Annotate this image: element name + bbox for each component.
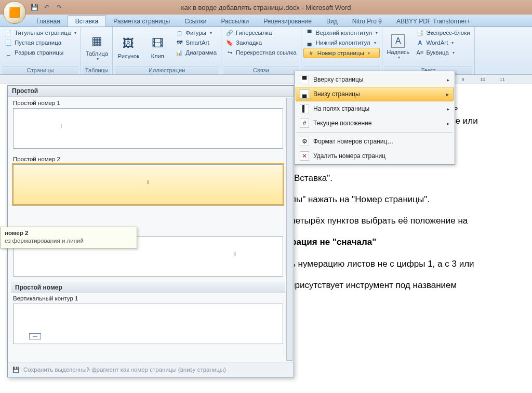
gallery-item-label: Простой номер 1 (11, 98, 285, 107)
office-button[interactable]: 🟧 (3, 1, 26, 24)
crossref-label: Перекрестная ссылка (236, 49, 297, 56)
tooltip-title: номер 2 (1, 227, 137, 238)
chevron-down-icon: ▾ (368, 51, 370, 56)
menu-label: Внизу страницы (313, 90, 360, 98)
bookmark-button[interactable]: 🔖Закладка (223, 38, 299, 47)
gallery-section-header: Простой (8, 86, 294, 97)
cover-page-button[interactable]: 📄Титульная страница▾ (2, 28, 78, 37)
gallery-item-label: Вертикальный контур 1 (11, 293, 285, 303)
group-links: 🔗Гиперссылка 🔖Закладка ↪Перекрестная ссы… (221, 27, 301, 74)
clip-icon: 🎞 (149, 35, 166, 52)
dropcap-label: Буквица (426, 49, 449, 56)
format-icon: ⚙ (300, 137, 309, 146)
header-label: Верхний колонтитул (316, 30, 373, 36)
blank-page-label: Пустая страница (15, 40, 61, 46)
ribbon: 📄Титульная страница▾ 📃Пустая страница ⎯Р… (0, 27, 532, 75)
cover-page-icon: 📄 (4, 29, 12, 37)
chart-button[interactable]: 📊Диаграмма (173, 48, 219, 57)
textbox-button[interactable]: AНадпись▾ (384, 28, 411, 66)
gallery-item-vertical-1[interactable]: — (13, 304, 283, 344)
ruler-mark: 11 (493, 77, 512, 82)
gallery-save-selection[interactable]: 💾 Сохранить выделенный фрагмент как номе… (8, 362, 294, 377)
page-break-button[interactable]: ⎯Разрыв страницы (2, 48, 78, 57)
shapes-button[interactable]: ◻Фигуры▾ (173, 28, 219, 37)
page-number-icon: # (307, 49, 315, 57)
tab-review[interactable]: Рецензирование (256, 16, 319, 27)
group-illus-label: Иллюстрации (115, 66, 219, 74)
blank-page-button[interactable]: 📃Пустая страница (2, 38, 78, 47)
wordart-label: WordArt (426, 40, 448, 46)
office-logo-icon: 🟧 (9, 7, 20, 18)
quickparts-label: Экспресс-блоки (426, 30, 470, 36)
menu-label: Вверху страницы (313, 76, 363, 83)
menu-bottom-of-page[interactable]: ▄Внизу страницы▸ (296, 87, 454, 101)
page-number-label: Номер страницы (317, 50, 364, 56)
ruler-mark: 9 (453, 77, 473, 82)
chevron-down-icon: ▾ (210, 31, 212, 35)
chevron-right-icon: ▸ (447, 121, 449, 126)
menu-top-of-page[interactable]: ▀Вверху страницы▸ (296, 72, 454, 87)
quickparts-button[interactable]: 📑Экспресс-блоки (414, 28, 472, 37)
chevron-down-icon: ▾ (374, 41, 376, 45)
wordart-icon: A (416, 38, 424, 47)
footer-button[interactable]: ▄Нижний колонтитул▾ (303, 38, 380, 47)
clip-button[interactable]: 🎞Клип (144, 28, 171, 66)
doc-heading: рация не "сначала" (291, 237, 376, 247)
chevron-down-icon: ▾ (398, 55, 400, 60)
picture-button[interactable]: 🖼Рисунок (115, 28, 142, 66)
group-links-label: Связи (223, 66, 299, 74)
gallery-section-header-2: Простой номер (11, 282, 285, 293)
page-number-button[interactable]: #Номер страницы▾ (303, 48, 380, 58)
textbox-label: Надпись (387, 49, 409, 55)
menu-label: На полях страницы (313, 105, 369, 112)
hyperlink-button[interactable]: 🔗Гиперссылка (223, 28, 299, 37)
crossref-button[interactable]: ↪Перекрестная ссылка (223, 48, 299, 57)
undo-icon[interactable]: ↶ (42, 2, 52, 12)
shapes-icon: ◻ (175, 29, 183, 37)
menu-format-numbers[interactable]: ⚙Формат номеров страниц… (296, 134, 454, 149)
current-pos-icon: # (300, 119, 309, 128)
group-pages: 📄Титульная страница▾ 📃Пустая страница ⎯Р… (0, 27, 81, 74)
tab-insert[interactable]: Вставка (68, 15, 107, 27)
menu-label: Формат номеров страниц… (313, 138, 393, 145)
footer-label: Нижний колонтитул (316, 40, 370, 46)
hyperlink-label: Гиперссылка (236, 30, 272, 36)
smartart-icon: 🗺 (175, 38, 183, 47)
title-bar: 🟧 💾 ↶ ↷ как в ворде добавлять страницы.d… (0, 0, 532, 15)
wordart-button[interactable]: AWordArt▾ (414, 38, 472, 47)
ruler-mark: 10 (473, 77, 493, 82)
tab-nitro[interactable]: Nitro Pro 9 (345, 16, 389, 27)
menu-page-margins[interactable]: ▌На полях страницы▸ (296, 101, 454, 116)
tab-abbyy[interactable]: ABBYY PDF Transformer+ (389, 16, 477, 27)
dropcap-button[interactable]: A≡Буквица▾ (414, 48, 472, 57)
group-pages-label: Страницы (2, 66, 78, 74)
header-button[interactable]: ▀Верхний колонтитул▾ (303, 28, 380, 37)
redo-icon[interactable]: ↷ (54, 2, 64, 12)
gallery-scrollbar[interactable] (286, 98, 292, 361)
table-button[interactable]: ▦Таблица▾ (83, 28, 110, 66)
tab-layout[interactable]: Разметка страницы (106, 16, 177, 27)
chevron-down-icon: ▾ (74, 31, 76, 35)
bookmark-icon: 🔖 (225, 38, 234, 47)
page-break-label: Разрыв страницы (15, 49, 63, 56)
gallery-item-label: Простой номер 2 (11, 154, 285, 163)
chevron-right-icon: ▸ (447, 77, 449, 83)
chevron-down-icon: ▾ (376, 31, 378, 35)
menu-label: Удалить номера страниц (313, 152, 385, 160)
chevron-right-icon: ▸ (447, 106, 449, 112)
tab-home[interactable]: Главная (29, 16, 68, 27)
gallery-item-1[interactable]: ı (13, 108, 283, 149)
save-icon[interactable]: 💾 (29, 2, 39, 12)
gallery-item-2[interactable]: ı (13, 164, 283, 205)
menu-remove-numbers[interactable]: ✕Удалить номера страниц (296, 149, 454, 163)
menu-current-position[interactable]: #Текущее положение▸ (296, 116, 454, 130)
doc-text: ь нумерацию листов не с цифры 1, а с 3 и… (291, 259, 474, 269)
tab-references[interactable]: Ссылки (177, 16, 214, 27)
page-number-menu: ▀Вверху страницы▸ ▄Внизу страницы▸ ▌На п… (294, 71, 455, 165)
tab-view[interactable]: Вид (319, 16, 345, 27)
group-header-footer: ▀Верхний колонтитул▾ ▄Нижний колонтитул▾… (301, 27, 383, 74)
cover-page-label: Титульная страница (15, 30, 71, 36)
tab-mailings[interactable]: Рассылки (214, 16, 256, 27)
smartart-button[interactable]: 🗺SmartArt (173, 38, 219, 47)
page-break-icon: ⎯ (4, 48, 12, 57)
